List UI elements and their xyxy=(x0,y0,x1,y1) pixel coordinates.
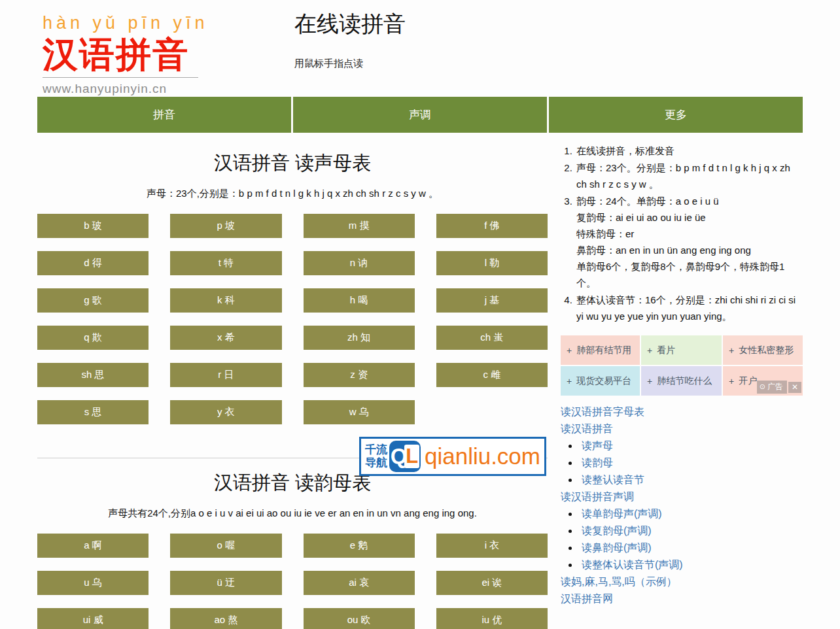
sidebar: 在线读拼音，标准发音 声母：23个。分别是：b p m f d t n l g … xyxy=(561,133,803,629)
pinyin-button-i[interactable]: i 衣 xyxy=(436,534,548,558)
link-read-finals[interactable]: 读韵母 xyxy=(582,457,613,468)
pinyin-button-d[interactable]: d 得 xyxy=(37,251,149,275)
link-row: 读整体认读音节(声调) xyxy=(561,556,803,573)
pinyin-button-g[interactable]: g 歌 xyxy=(37,288,149,313)
pinyin-button-ui[interactable]: ui 威 xyxy=(37,608,149,629)
pinyin-button-ei[interactable]: ei 诶 xyxy=(436,571,548,595)
pinyin-button-iu[interactable]: iu 优 xyxy=(436,608,548,629)
ad-link-label: 现货交易平台 xyxy=(576,375,631,387)
pinyin-button-c[interactable]: c 雌 xyxy=(436,363,548,387)
note-line: 鼻韵母：an en in un ün ang eng ing ong xyxy=(576,242,803,258)
link-read-whole-syllable-tones[interactable]: 读整体认读音节(声调) xyxy=(582,559,683,570)
pinyin-button-a[interactable]: a 啊 xyxy=(37,534,149,558)
pinyin-button-s[interactable]: s 思 xyxy=(37,400,149,424)
pinyin-button-r[interactable]: r 日 xyxy=(170,363,281,387)
pinyin-button-p[interactable]: p 坡 xyxy=(170,214,281,238)
pinyin-button-t[interactable]: t 特 xyxy=(170,251,281,275)
pinyin-button-ch[interactable]: ch 蚩 xyxy=(436,326,548,350)
nav-tab-tones[interactable]: 声调 xyxy=(293,97,547,133)
finals-section-desc: 声母共有24个,分别a o e i u v ai ei ui ao ou iu … xyxy=(37,507,548,520)
header: hàn yǔ pīn yīn 汉语拼音 www.hanyupinyin.cn 在… xyxy=(37,0,803,97)
pinyin-button-ao[interactable]: ao 熬 xyxy=(170,608,281,629)
pinyin-button-o[interactable]: o 喔 xyxy=(170,534,281,558)
ad-info-button[interactable]: ⊙广告 xyxy=(757,381,787,394)
note-line: 特殊韵母：er xyxy=(576,226,803,242)
link-row: 读汉语拼音字母表 xyxy=(561,403,803,420)
plus-icon: + xyxy=(729,376,734,386)
note-item: 整体认读音节：16个，分别是：zhi chi shi ri zi ci si y… xyxy=(575,292,803,324)
watermark-cn-label: 千流 导航 xyxy=(365,443,387,469)
pinyin-button-h[interactable]: h 喝 xyxy=(304,288,415,313)
pinyin-button-b[interactable]: b 玻 xyxy=(37,214,149,238)
plus-icon: + xyxy=(647,345,652,356)
pinyin-button-zh[interactable]: zh 知 xyxy=(304,326,415,350)
link-row: 读汉语拼音声调 xyxy=(561,488,803,505)
pinyin-button-w[interactable]: w 乌 xyxy=(304,400,415,424)
link-read-pinyin[interactable]: 读汉语拼音 xyxy=(561,423,613,434)
pinyin-button-z[interactable]: z 资 xyxy=(304,363,415,387)
pinyin-button-f[interactable]: f 佛 xyxy=(436,214,548,238)
watermark-cn-top: 千流 xyxy=(365,443,387,456)
link-row: 读汉语拼音 xyxy=(561,420,803,437)
link-row: 读鼻韵母(声调) xyxy=(561,539,803,556)
pinyin-button-u[interactable]: u 乌 xyxy=(37,571,149,595)
plus-icon: + xyxy=(729,345,734,356)
pinyin-button-v[interactable]: ü 迂 xyxy=(170,571,281,595)
link-row: 读复韵母(声调) xyxy=(561,522,803,539)
note-line: 韵母：24个。单韵母：a o e i u ü xyxy=(576,193,803,209)
note-line: 整体认读音节：16个，分别是：zhi chi shi ri zi ci si y… xyxy=(576,292,803,324)
link-row: 读声母 xyxy=(561,437,803,454)
pinyin-button-ou[interactable]: ou 欧 xyxy=(304,608,415,629)
link-row: 读单韵母声(声调) xyxy=(561,505,803,522)
pinyin-button-l[interactable]: l 勒 xyxy=(436,251,548,275)
pinyin-button-q[interactable]: q 欺 xyxy=(37,326,149,350)
pinyin-notes-list: 在线读拼音，标准发音 声母：23个。分别是：b p m f d t n l g … xyxy=(561,143,803,324)
ad-link-label: 肺结节吃什么 xyxy=(657,375,712,387)
ad-link[interactable]: +现货交易平台 xyxy=(561,366,640,396)
ad-link[interactable]: +肺部有结节用 xyxy=(561,335,640,365)
initials-button-grid: b 玻 p 坡 m 摸 f 佛 d 得 t 特 n 讷 l 勒 g 歌 k 科 … xyxy=(37,214,548,424)
ad-close-icon[interactable]: ✕ xyxy=(788,382,801,393)
pinyin-button-n[interactable]: n 讷 xyxy=(304,251,415,275)
link-read-single-final-tones[interactable]: 读单韵母声(声调) xyxy=(582,508,662,519)
title-block: 在线读拼音 用鼠标手指点读 xyxy=(234,8,406,97)
plus-icon: + xyxy=(567,376,572,386)
nav-tab-pinyin[interactable]: 拼音 xyxy=(37,97,291,133)
pinyin-button-k[interactable]: k 科 xyxy=(170,288,281,313)
note-line: 单韵母6个，复韵母8个，鼻韵母9个，特殊韵母1个。 xyxy=(576,258,803,291)
ad-link[interactable]: +肺结节吃什么 xyxy=(641,366,722,396)
pinyin-button-y[interactable]: y 衣 xyxy=(170,400,281,424)
ad-link[interactable]: +女性私密整形 xyxy=(723,335,803,365)
link-row: 读韵母 xyxy=(561,454,803,471)
ql-logo-icon: Q L xyxy=(389,441,421,472)
link-read-nasal-final-tones[interactable]: 读鼻韵母(声调) xyxy=(582,542,652,553)
pinyin-button-x[interactable]: x 希 xyxy=(170,326,281,350)
ad-link-label: 肺部有结节用 xyxy=(576,345,631,356)
link-row: 读妈,麻,马,骂,吗（示例） xyxy=(561,573,803,590)
link-hanyupinyin-site[interactable]: 汉语拼音网 xyxy=(561,593,613,604)
ad-info-icon: ⊙ xyxy=(760,382,765,391)
logo-site-url: www.hanyupinyin.cn xyxy=(43,82,234,96)
link-read-ma-example[interactable]: 读妈,麻,马,骂,吗（示例） xyxy=(561,576,677,587)
link-row: 读整认读音节 xyxy=(561,471,803,488)
page-title: 在线读拼音 xyxy=(294,9,406,39)
pinyin-button-e[interactable]: e 鹅 xyxy=(304,534,415,558)
link-read-syllables[interactable]: 读整认读音节 xyxy=(582,474,644,485)
ad-link[interactable]: +看片 xyxy=(641,335,722,365)
pinyin-button-ai[interactable]: ai 哀 xyxy=(304,571,415,595)
page: hàn yǔ pīn yīn 汉语拼音 www.hanyupinyin.cn 在… xyxy=(0,0,840,629)
qianliu-watermark[interactable]: 千流 导航 Q L qianliu.com xyxy=(359,437,546,476)
watermark-cn-bottom: 导航 xyxy=(365,456,387,469)
site-logo[interactable]: hàn yǔ pīn yīn 汉语拼音 www.hanyupinyin.cn xyxy=(37,8,234,97)
link-read-compound-final-tones[interactable]: 读复韵母(声调) xyxy=(582,525,652,536)
link-read-initials[interactable]: 读声母 xyxy=(582,440,613,451)
note-line: 声母：23个。分别是：b p m f d t n l g k h j q x z… xyxy=(576,160,803,192)
pinyin-button-j[interactable]: j 基 xyxy=(436,288,548,313)
pinyin-button-sh[interactable]: sh 思 xyxy=(37,363,149,387)
pinyin-button-m[interactable]: m 摸 xyxy=(304,214,415,238)
nav-tab-more[interactable]: 更多 xyxy=(549,97,803,133)
link-read-tones[interactable]: 读汉语拼音声调 xyxy=(561,491,634,502)
page-subtitle: 用鼠标手指点读 xyxy=(294,58,406,70)
link-read-alphabet[interactable]: 读汉语拼音字母表 xyxy=(561,406,644,417)
watermark-domain: qianliu.com xyxy=(425,443,540,469)
